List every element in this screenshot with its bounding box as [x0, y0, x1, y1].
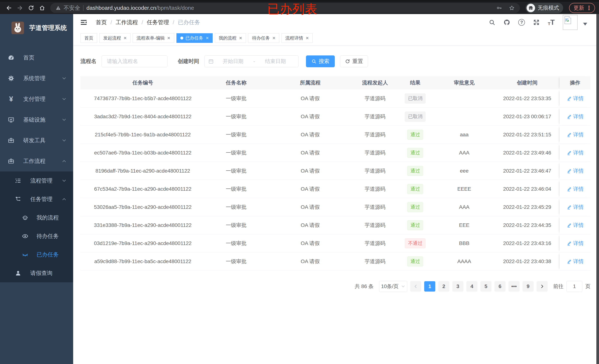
- detail-link[interactable]: 详情: [567, 258, 584, 265]
- table-row: a59c9d88-7b99-11ec-ba5c-acde48001122 一级审…: [80, 252, 590, 270]
- close-icon[interactable]: ×: [306, 35, 309, 41]
- close-icon[interactable]: ×: [272, 35, 275, 41]
- eye-closed-icon: [21, 251, 29, 258]
- tab-todo-tasks[interactable]: 待办任务×: [248, 33, 279, 43]
- avatar[interactable]: [563, 15, 578, 30]
- sidebar-collapse-icon[interactable]: [80, 18, 88, 26]
- table-row: 215cf4e5-7b9b-11ec-9a1b-acde48001122 一级审…: [80, 126, 590, 144]
- breadcrumb-item[interactable]: 任务管理: [147, 19, 169, 26]
- cell-process: OA 请假: [267, 107, 353, 125]
- close-icon[interactable]: ×: [123, 35, 127, 41]
- cell-task-id: 67c534a2-7b9a-11ec-a290-acde48001122: [80, 180, 205, 198]
- cell-created: 2022-01-22 23:44:35: [495, 216, 560, 234]
- sidebar-item-leave-query[interactable]: 请假查询: [0, 264, 73, 282]
- sidebar-item-pay[interactable]: ¥ 支付管理: [0, 89, 73, 109]
- result-badge: 通过: [407, 130, 423, 140]
- next-page-button[interactable]: [537, 281, 548, 292]
- more-pages-button[interactable]: •••: [509, 281, 520, 292]
- page-button-6[interactable]: 6: [494, 281, 505, 292]
- date-range-picker[interactable]: 开始日期 - 结束日期: [204, 55, 299, 67]
- url-divider: [83, 5, 84, 11]
- password-key-icon[interactable]: [496, 5, 502, 11]
- detail-link[interactable]: 详情: [567, 222, 584, 229]
- sidebar-item-my-process[interactable]: 我的流程: [0, 208, 73, 227]
- detail-link[interactable]: 详情: [567, 113, 584, 120]
- sidebar-item-system[interactable]: 系统管理: [0, 68, 73, 89]
- sidebar-item-workflow[interactable]: 工作流程: [0, 151, 73, 171]
- search-button[interactable]: 搜索: [306, 55, 335, 67]
- reset-button[interactable]: 重置: [340, 55, 368, 67]
- tab-process-detail[interactable]: 流程详情×: [282, 33, 313, 43]
- sidebar-item-process-mgmt[interactable]: 流程管理: [0, 171, 73, 190]
- detail-link[interactable]: 详情: [567, 95, 584, 102]
- monitor-icon: [7, 116, 15, 124]
- page-button-1[interactable]: 1: [424, 281, 435, 292]
- refresh-icon[interactable]: [26, 3, 36, 13]
- sidebar-item-task-mgmt[interactable]: 任务管理: [0, 190, 73, 208]
- goto-page-input[interactable]: [566, 281, 582, 292]
- forward-icon[interactable]: [15, 3, 25, 13]
- detail-link[interactable]: 详情: [567, 131, 584, 138]
- sidebar-item-home[interactable]: 首页: [0, 47, 73, 68]
- avatar-caret-icon[interactable]: [583, 23, 587, 27]
- app-logo-icon: [11, 22, 24, 34]
- github-icon[interactable]: [503, 19, 510, 26]
- detail-link[interactable]: 详情: [567, 149, 584, 156]
- home-icon[interactable]: [37, 3, 47, 13]
- page-button-2[interactable]: 2: [438, 281, 449, 292]
- cell-task-id: 8196daff-7b9a-11ec-a290-acde48001122: [80, 162, 205, 180]
- cell-created: 2022-01-22 23:46:04: [495, 180, 560, 198]
- sidebar-item-todo-tasks[interactable]: 待办任务: [0, 227, 73, 245]
- search-icon[interactable]: [489, 19, 495, 26]
- cell-created: 2022-01-22 23:45:29: [495, 198, 560, 216]
- close-icon[interactable]: ×: [239, 35, 242, 41]
- cell-process: OA 请假: [267, 144, 353, 162]
- cell-task-id: 03d1219e-7b9a-11ec-a290-acde48001122: [80, 234, 205, 252]
- tab-form-edit[interactable]: 流程表单-编辑×: [133, 33, 174, 43]
- fullscreen-icon[interactable]: [533, 19, 540, 26]
- chevron-down-icon: [401, 284, 405, 288]
- breadcrumb-item[interactable]: 工作流程: [116, 19, 138, 26]
- cell-created: 2022-01-22 23:40:38: [495, 252, 560, 270]
- browser-update-button[interactable]: 更新 ⋮: [569, 3, 595, 13]
- column-header: 操作: [560, 76, 590, 89]
- sidebar-item-done-tasks[interactable]: 已办任务: [0, 245, 73, 264]
- tab-start-process[interactable]: 发起流程×: [99, 33, 131, 43]
- cell-comment: AAA: [434, 198, 495, 216]
- browser-menu-icon[interactable]: ⋮: [586, 4, 592, 11]
- breadcrumb-item[interactable]: 首页: [96, 19, 107, 26]
- close-icon[interactable]: ×: [206, 35, 209, 41]
- detail-link[interactable]: 详情: [567, 240, 584, 247]
- close-icon[interactable]: ×: [167, 35, 170, 41]
- process-name-input[interactable]: [102, 55, 167, 67]
- page-button-3[interactable]: 3: [452, 281, 463, 292]
- tab-done-tasks[interactable]: 已办任务×: [176, 33, 213, 43]
- bookmark-star-icon[interactable]: [509, 5, 515, 11]
- page-button-4[interactable]: 4: [466, 281, 477, 292]
- prev-page-button[interactable]: [410, 281, 421, 292]
- process-name-label: 流程名: [80, 58, 97, 65]
- cell-process: OA 请假: [267, 198, 353, 216]
- share-node-icon: [14, 195, 22, 203]
- tab-my-process[interactable]: 我的流程×: [215, 33, 246, 43]
- page-size-select[interactable]: 10条/页: [379, 281, 407, 292]
- cell-comment: [434, 107, 495, 125]
- window-scrollbar[interactable]: [596, 14, 599, 364]
- tab-home[interactable]: 首页: [80, 33, 97, 43]
- cell-process: OA 请假: [267, 89, 353, 107]
- sidebar-item-devtool[interactable]: 研发工具: [0, 130, 73, 151]
- cell-starter: 芋道源码: [353, 180, 397, 198]
- font-size-icon[interactable]: TT: [548, 19, 555, 26]
- result-badge: 已取消: [405, 112, 425, 122]
- back-icon[interactable]: [4, 3, 14, 13]
- security-status[interactable]: 不安全: [55, 4, 80, 12]
- detail-link[interactable]: 详情: [567, 186, 584, 193]
- sidebar-item-infra[interactable]: 基础设施: [0, 109, 73, 130]
- app-logo-row[interactable]: 芋道管理系统: [0, 14, 73, 42]
- help-icon[interactable]: ?: [518, 19, 525, 26]
- page-button-9[interactable]: 9: [522, 281, 534, 292]
- workflow-submenu: 流程管理 任务管理 我的流程 待办任务 已办: [0, 171, 73, 282]
- page-button-5[interactable]: 5: [480, 281, 492, 292]
- detail-link[interactable]: 详情: [567, 167, 584, 174]
- detail-link[interactable]: 详情: [567, 204, 584, 211]
